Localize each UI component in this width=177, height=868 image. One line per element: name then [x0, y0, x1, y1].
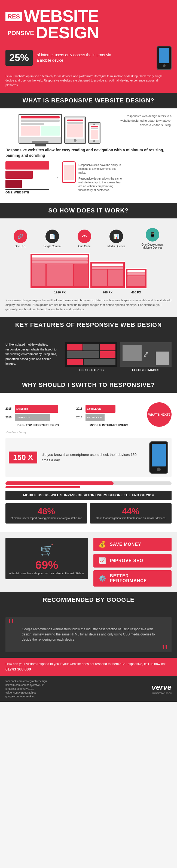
how-desc: Responsive design targets the width of e…	[5, 298, 172, 312]
arrow-right-icon: →	[52, 173, 59, 182]
px-col-3	[74, 264, 88, 286]
progress-area	[5, 482, 172, 488]
comcast-note: *ComScore Survey	[5, 431, 172, 434]
tablet-screen	[66, 119, 84, 138]
why-section: 2015 1.6 Billion 2015 1.4 BILLION DESKTO…	[0, 393, 177, 532]
hero-title-block: RES WEBSITE PONSIVE DESIGN	[5, 8, 172, 41]
footer-link-5[interactable]: google.com/+verveuk.eu	[5, 695, 47, 698]
px-label-460: 460 PX	[125, 291, 147, 294]
pct-number-1: 46%	[9, 506, 84, 517]
why-header: WHY SHOULD I SWITCH TO RESPONSIVE?	[0, 377, 177, 393]
screen-small	[5, 180, 22, 188]
mobile-bars: 2015 1.9 BILLION 2014 800 MILLION	[76, 405, 142, 422]
phone-small-screen	[90, 125, 99, 140]
grid-cell-1	[67, 344, 82, 350]
mobile-phone-large	[149, 441, 168, 474]
benefit-save-money: 💰 SAVE MONEY	[94, 538, 172, 551]
px-col-s1	[127, 276, 145, 286]
px-col-m1	[92, 270, 107, 286]
how-header: SO HOW DOES IT WORK?	[0, 203, 177, 218]
quote-text: Google recommends webmasters follow the …	[11, 621, 166, 648]
benefit-label-2: IMPROVE SEO	[110, 558, 143, 563]
monitor-stand	[32, 141, 48, 143]
expand-icon: ⤢	[143, 350, 149, 359]
how-icon-url: 🔗 One URL	[14, 229, 27, 248]
url-label: One URL	[15, 245, 26, 248]
hero-stat-text: of internet users only access the intern…	[37, 53, 113, 63]
design-title: DESIGN	[36, 25, 99, 41]
screen-medium	[5, 170, 33, 179]
px-bar-1	[32, 255, 88, 257]
mobile-phone-btn	[157, 468, 161, 471]
hero-stat-row: 25% of internet users only access the in…	[5, 45, 172, 70]
times-desc-block: did you know that smartphone users check…	[42, 452, 145, 463]
pct-number-2: 44%	[93, 506, 168, 517]
phone-device	[88, 122, 100, 144]
desktop-bar-2015: 2015 1.6 Billion	[5, 405, 71, 413]
side-text-1: Responsive sites have the ability to res…	[78, 163, 122, 175]
contact-text-main: How can your visitors respond to you if …	[5, 662, 166, 666]
pct-text-1: of mobile users report having problems v…	[9, 517, 84, 520]
device-desc: Responsive web design refers to a websit…	[117, 114, 172, 127]
px-bar-m1	[92, 264, 123, 266]
px-bar-2	[32, 258, 88, 260]
mobile-stat-block: 2015 1.9 BILLION 2014 800 MILLION MOBILE…	[76, 405, 142, 427]
devices-label: One Development Multiple Devices	[142, 243, 163, 249]
sixty-nine-block: 🛒 69% of tablet users have shopped on th…	[5, 538, 172, 587]
benefits-section: 🛒 69% of tablet users have shopped on th…	[0, 532, 177, 592]
feature-images: FLEXIBLE GRIDS ⤢ FLEXIBLE IMAGES	[65, 342, 172, 372]
features-content: Unlike isolated mobile websites, respons…	[5, 342, 172, 372]
benefit-label-1: SAVE MONEY	[110, 542, 141, 547]
media-label: Media Queries	[107, 245, 125, 248]
year-2014-desktop: 2015	[5, 416, 13, 419]
px-small-block	[125, 268, 147, 288]
footer-link-3[interactable]: pinterest.com/verve101	[5, 687, 47, 690]
percent-block-2: 44% claim that navigation was troublesom…	[90, 503, 172, 524]
url-icon: 🔗	[14, 229, 27, 243]
grid-cell-3	[100, 344, 116, 350]
grid-row-1	[67, 344, 116, 350]
devices-icon: 📱	[146, 228, 159, 242]
year-2015-desktop: 2015	[5, 407, 13, 410]
image-visual-inner: ⤢	[120, 342, 172, 367]
monitor-device	[19, 114, 62, 144]
grid-cell-7	[83, 359, 116, 365]
mobile-label: MOBILE INTERNET USERS	[76, 424, 142, 427]
how-section: 🔗 One URL 📄 Single Content </> One Code …	[0, 218, 177, 317]
hero-sub-text: Is your website optimised effectively fo…	[5, 74, 172, 88]
sixty-nine-num: 69%	[9, 559, 84, 571]
code-icon: </>	[78, 229, 91, 243]
how-icon-content: 📄 Single Content	[44, 229, 61, 248]
mobile-bar-2014-fill: 800 MILLION	[85, 414, 105, 422]
footer-link-2[interactable]: linkedin.com/company/verve-uk	[5, 684, 47, 686]
one-website-label: ONE WEBSITE	[5, 189, 49, 194]
times-desc: did you know that smartphone users check…	[42, 452, 145, 463]
phone-content	[91, 130, 98, 139]
features-section: Unlike isolated mobile websites, respons…	[0, 333, 177, 377]
benefit-label-3: BETTER PERFORMANCE	[110, 574, 167, 583]
website-title: WEBSITE	[24, 8, 99, 24]
times-label: 150 X	[9, 452, 37, 463]
phone-icon	[157, 45, 172, 70]
res-box: RES	[5, 12, 22, 21]
features-desc: Unlike isolated mobile websites, respons…	[5, 342, 60, 372]
percent-row: 46% of mobile users report having proble…	[5, 503, 172, 524]
whats-next-circle: WHAT'S NEXT?	[147, 402, 172, 427]
flexible-images-label: FLEXIBLE IMAGES	[132, 368, 159, 372]
performance-icon: ⚙️	[98, 575, 106, 582]
px-large-block	[30, 253, 90, 288]
monitor-screen	[19, 115, 61, 137]
google-header: RECOMMENDED BY GOOGLE	[0, 592, 177, 608]
quote-open-icon: "	[8, 621, 14, 629]
verve-logo: verve	[152, 683, 172, 692]
footer-link-1[interactable]: facebook.com/vervegraphicdesign	[5, 680, 47, 683]
what-caption: Responsive websites allow for easy readi…	[5, 148, 172, 158]
footer-link-4[interactable]: twitter.com/vervegraphics	[5, 691, 47, 694]
px-col-2	[47, 264, 73, 286]
flexible-grids-label: FLEXIBLE GRIDS	[79, 368, 103, 372]
px-bar-m2	[92, 267, 123, 269]
px-bar-s2	[127, 273, 145, 276]
progress-bar-2	[5, 486, 80, 488]
google-section: " Google recommends webmasters follow th…	[0, 608, 177, 658]
img-placeholder-2	[156, 351, 169, 365]
